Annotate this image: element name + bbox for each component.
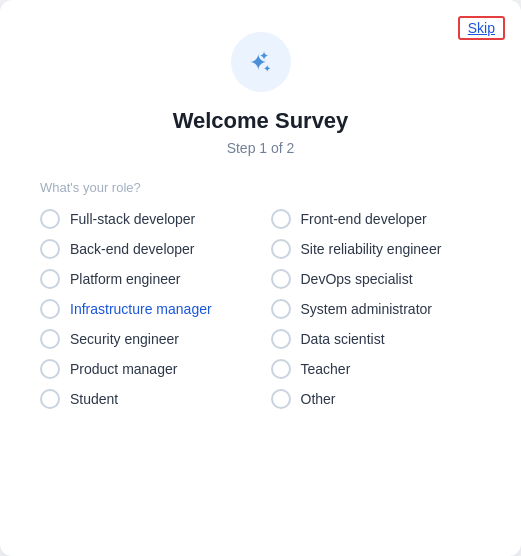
role-option-devops[interactable]: DevOps specialist — [271, 269, 482, 289]
role-label-security: Security engineer — [70, 331, 179, 347]
role-option-product[interactable]: Product manager — [40, 359, 251, 379]
role-option-sysadmin[interactable]: System administrator — [271, 299, 482, 319]
radio-sysadmin[interactable] — [271, 299, 291, 319]
role-option-platform[interactable]: Platform engineer — [40, 269, 251, 289]
radio-student[interactable] — [40, 389, 60, 409]
role-option-infra[interactable]: Infrastructure manager — [40, 299, 251, 319]
role-option-sre[interactable]: Site reliability engineer — [271, 239, 482, 259]
role-label-datascientist: Data scientist — [301, 331, 385, 347]
role-option-student[interactable]: Student — [40, 389, 251, 409]
radio-devops[interactable] — [271, 269, 291, 289]
radio-sre[interactable] — [271, 239, 291, 259]
role-option-datascientist[interactable]: Data scientist — [271, 329, 482, 349]
role-label-product: Product manager — [70, 361, 177, 377]
role-option-security[interactable]: Security engineer — [40, 329, 251, 349]
radio-frontend[interactable] — [271, 209, 291, 229]
svg-text:✦: ✦ — [263, 63, 271, 74]
role-option-other[interactable]: Other — [271, 389, 482, 409]
role-label-teacher: Teacher — [301, 361, 351, 377]
radio-other[interactable] — [271, 389, 291, 409]
radio-infra[interactable] — [40, 299, 60, 319]
sparkles-icon: ✦ ✦ ✦ — [231, 32, 291, 92]
roles-grid: Full-stack developer Back-end developer … — [40, 209, 481, 409]
role-option-backend[interactable]: Back-end developer — [40, 239, 251, 259]
role-label-frontend: Front-end developer — [301, 211, 427, 227]
role-section-label: What's your role? — [40, 180, 481, 195]
role-label-other: Other — [301, 391, 336, 407]
role-option-frontend[interactable]: Front-end developer — [271, 209, 482, 229]
survey-title: Welcome Survey — [40, 108, 481, 134]
svg-text:✦: ✦ — [259, 49, 269, 63]
role-label-platform: Platform engineer — [70, 271, 181, 287]
skip-button[interactable]: Skip — [458, 16, 505, 40]
radio-backend[interactable] — [40, 239, 60, 259]
role-label-infra: Infrastructure manager — [70, 301, 212, 317]
radio-product[interactable] — [40, 359, 60, 379]
role-label-sre: Site reliability engineer — [301, 241, 442, 257]
icon-container: ✦ ✦ ✦ — [40, 32, 481, 92]
survey-card: Skip ✦ ✦ ✦ Welcome Survey Step 1 of 2 Wh… — [0, 0, 521, 556]
survey-subtitle: Step 1 of 2 — [40, 140, 481, 156]
roles-left-column: Full-stack developer Back-end developer … — [40, 209, 251, 409]
radio-platform[interactable] — [40, 269, 60, 289]
role-label-sysadmin: System administrator — [301, 301, 432, 317]
radio-teacher[interactable] — [271, 359, 291, 379]
roles-right-column: Front-end developer Site reliability eng… — [271, 209, 482, 409]
role-label-student: Student — [70, 391, 118, 407]
radio-fullstack[interactable] — [40, 209, 60, 229]
radio-security[interactable] — [40, 329, 60, 349]
role-label-fullstack: Full-stack developer — [70, 211, 195, 227]
role-label-devops: DevOps specialist — [301, 271, 413, 287]
role-label-backend: Back-end developer — [70, 241, 195, 257]
role-option-teacher[interactable]: Teacher — [271, 359, 482, 379]
radio-datascientist[interactable] — [271, 329, 291, 349]
role-option-fullstack[interactable]: Full-stack developer — [40, 209, 251, 229]
